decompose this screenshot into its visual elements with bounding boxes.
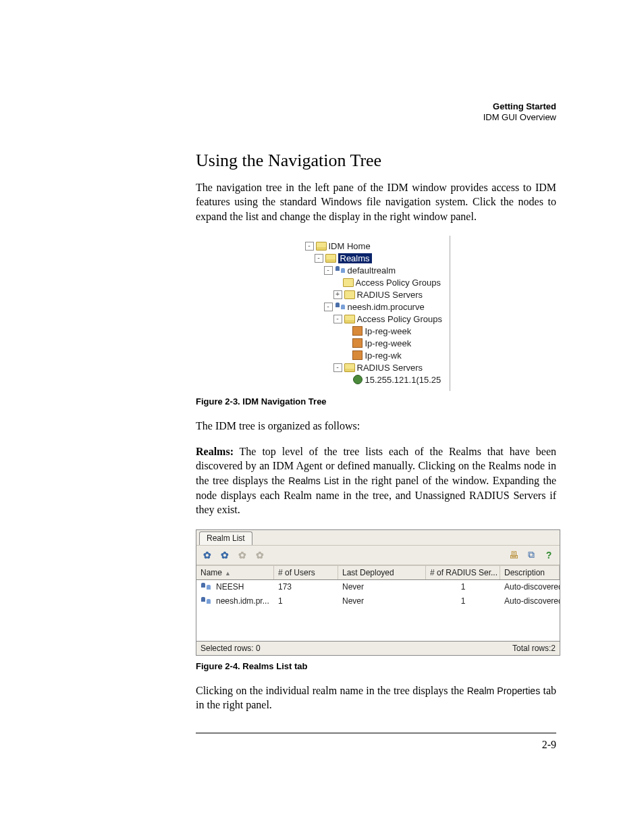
collapse-icon[interactable]: - (324, 266, 333, 275)
realm-list-figure: Realm List ✿ ✿ ✿ ✿ 🖶 ⧉ ? Name▲ # of User… (196, 529, 560, 656)
header-subtitle: IDM GUI Overview (196, 112, 556, 123)
tab-strip: Realm List (196, 530, 560, 546)
grid-empty-space (196, 608, 560, 641)
expand-icon[interactable]: + (333, 290, 342, 299)
col-users[interactable]: # of Users (274, 566, 338, 579)
new-realm-icon[interactable]: ✿ (200, 548, 214, 562)
policy-group-icon (352, 338, 363, 348)
sort-asc-icon: ▲ (225, 570, 231, 577)
tree-node-realms[interactable]: - Realms (302, 252, 450, 264)
export-icon[interactable]: ⧉ (525, 548, 538, 562)
status-selected: Selected rows: 0 (200, 644, 261, 653)
collapse-icon[interactable]: - (324, 303, 333, 311)
footer-rule (196, 733, 556, 733)
folder-open-icon (325, 253, 336, 263)
delete-realm-icon[interactable]: ✿ (253, 548, 267, 562)
collapse-icon[interactable]: - (333, 315, 342, 323)
tree-node-idm-home[interactable]: - IDM Home (302, 240, 450, 252)
realm-properties-term: Realm Properties (467, 685, 540, 696)
figure-2-4-caption: Figure 2-4. Realms List tab (196, 661, 556, 671)
tree-node-defaultrealm[interactable]: - defaultrealm (302, 264, 450, 276)
realms-list-term: Realms List (288, 475, 339, 486)
col-name[interactable]: Name▲ (196, 566, 274, 579)
col-deployed[interactable]: Last Deployed (338, 566, 426, 579)
nav-tree-figure: - IDM Home - Realms - defaultrealm Acces… (302, 236, 450, 391)
tree-node-policy-3[interactable]: Ip-reg-wk (302, 349, 450, 361)
tree-node-policy-1[interactable]: Ip-reg-week (302, 325, 450, 337)
tree-node-access-policy-groups-2[interactable]: - Access Policy Groups (302, 313, 450, 325)
figure-2-3-caption: Figure 2-3. IDM Navigation Tree (196, 396, 556, 407)
help-icon[interactable]: ? (542, 548, 556, 562)
realm-icon (335, 265, 346, 275)
realm-icon (200, 582, 211, 592)
folder-open-icon (344, 363, 355, 372)
tree-node-neesh-realm[interactable]: - neesh.idm.procurve (302, 301, 450, 313)
tree-node-radius-servers-1[interactable]: + RADIUS Servers (302, 288, 450, 301)
server-icon (352, 375, 363, 384)
folder-closed-icon (344, 290, 355, 299)
status-total: Total rows:2 (512, 644, 556, 653)
page-number: 2-9 (196, 739, 556, 751)
collapse-icon[interactable]: - (333, 363, 342, 372)
grid-header: Name▲ # of Users Last Deployed # of RADI… (196, 565, 560, 580)
add-realm-icon[interactable]: ✿ (218, 548, 232, 562)
table-row[interactable]: neesh.idm.pr... 1 Never 1 Auto-discovere… (196, 594, 560, 608)
folder-closed-icon (343, 278, 354, 287)
folder-open-icon (344, 314, 355, 323)
page-header: Getting Started IDM GUI Overview (196, 101, 556, 124)
print-icon[interactable]: 🖶 (507, 548, 520, 562)
realm-icon (200, 596, 211, 606)
tree-organized-paragraph: The IDM tree is organized as follows: (196, 419, 556, 434)
header-title: Getting Started (196, 101, 556, 112)
collapse-icon[interactable]: - (315, 254, 323, 263)
toolbar: ✿ ✿ ✿ ✿ 🖶 ⧉ ? (196, 546, 560, 565)
folder-open-icon (316, 241, 327, 251)
tree-node-access-policy-groups-1[interactable]: Access Policy Groups (302, 276, 450, 288)
edit-realm-icon[interactable]: ✿ (236, 548, 249, 562)
table-row[interactable]: NEESH 173 Never 1 Auto-discovered ... (196, 580, 560, 594)
policy-group-icon (352, 350, 363, 360)
tab-realm-list[interactable]: Realm List (199, 531, 252, 545)
tree-node-policy-2[interactable]: Ip-reg-week (302, 337, 450, 349)
realm-properties-paragraph: Clicking on the individual realm name in… (196, 683, 556, 712)
intro-paragraph: The navigation tree in the left pane of … (196, 180, 556, 224)
collapse-icon[interactable]: - (305, 242, 314, 251)
realm-icon (335, 302, 346, 311)
tree-node-radius-servers-2[interactable]: - RADIUS Servers (302, 361, 450, 373)
realms-lead: Realms: (196, 446, 234, 457)
status-bar: Selected rows: 0 Total rows:2 (196, 641, 560, 655)
col-desc[interactable]: Description (500, 566, 560, 579)
grid-body: NEESH 173 Never 1 Auto-discovered ... ne… (196, 580, 560, 641)
realms-paragraph: Realms: The top level of the tree lists … (196, 444, 556, 517)
policy-group-icon (352, 326, 363, 336)
col-radius[interactable]: # of RADIUS Ser... (426, 566, 500, 579)
section-title: Using the Navigation Tree (196, 151, 556, 171)
tree-node-radius-server-ip[interactable]: 15.255.121.1(15.25 (302, 373, 450, 386)
